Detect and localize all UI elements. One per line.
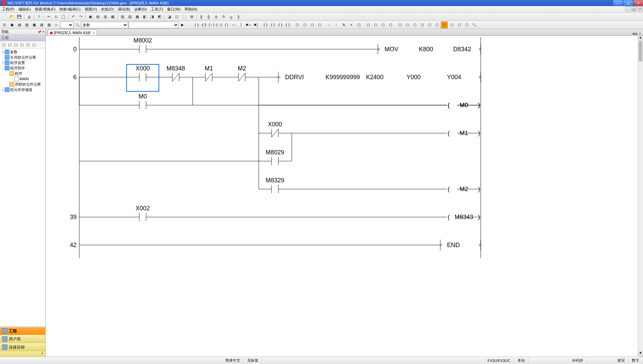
zoom-combo[interactable] <box>60 22 74 28</box>
menu-item[interactable]: 窗口(W) <box>165 6 183 12</box>
tb2-r[interactable]: ▢ <box>316 22 323 28</box>
menu-item[interactable]: 调试(B) <box>116 6 132 12</box>
scroll-down-icon[interactable]: ▼ <box>638 351 643 357</box>
tb2-ac[interactable]: ▢ <box>404 22 411 28</box>
nav-tb-e[interactable]: ▢ <box>25 42 31 48</box>
tb2-p[interactable]: ▢ <box>301 22 308 28</box>
tb2-e[interactable]: ▦ <box>31 22 37 28</box>
param-combo[interactable]: 参数 <box>81 22 128 28</box>
tb2-s[interactable]: ↓ <box>326 22 332 28</box>
tb-c[interactable]: ▩ <box>134 13 141 20</box>
minimize-button[interactable]: — <box>613 0 623 6</box>
mdi-close-icon[interactable]: × <box>638 6 642 11</box>
tb2-ae[interactable]: ▢ <box>419 22 425 28</box>
help-button[interactable]: ? <box>35 13 42 20</box>
nav-tb-d[interactable]: ▢ <box>19 42 25 48</box>
undo-button[interactable]: ↶ <box>70 13 77 20</box>
tb2-ai[interactable]: ▢ <box>456 22 463 28</box>
vline-button[interactable]: │ <box>238 22 245 28</box>
menu-item[interactable]: 诊断(D) <box>132 6 149 12</box>
coil-button[interactable]: ( ) <box>223 22 230 28</box>
nav-section-button[interactable]: 用户库 <box>0 335 45 343</box>
tb2-b[interactable]: ▣ <box>8 22 15 28</box>
nav-tb-a[interactable]: ▢ <box>1 42 7 48</box>
tb2-f[interactable]: ▧ <box>38 22 45 28</box>
tb2-d[interactable]: ▥ <box>23 22 30 28</box>
tb2-a[interactable]: ⊡ <box>1 22 8 28</box>
mdi-min-icon[interactable]: - <box>625 6 630 11</box>
hline-button[interactable]: — <box>230 22 237 28</box>
tree-item[interactable]: 局部软元件注释 <box>0 82 45 87</box>
write-button[interactable]: ▣ <box>87 13 94 20</box>
tree-item[interactable]: MAIN <box>0 76 45 82</box>
tree-item[interactable]: 全局软元件注释 <box>0 55 45 60</box>
tb-b[interactable]: ▨ <box>127 13 133 20</box>
tb2-ad[interactable]: ▢ <box>411 22 418 28</box>
redo-button[interactable]: ↷ <box>77 13 84 20</box>
tb2-g[interactable]: ▨ <box>46 22 52 28</box>
tb2-z[interactable]: ▢ <box>380 22 386 28</box>
tb-d[interactable]: ◧ <box>141 13 148 20</box>
tb2-t[interactable]: ↑ <box>333 22 340 28</box>
scroll-thumb[interactable] <box>639 41 642 61</box>
menu-item[interactable]: 工具(T) <box>149 6 165 12</box>
tb2-y[interactable]: ▢ <box>372 22 379 28</box>
nav-tb-b[interactable]: ▢ <box>7 42 13 48</box>
tb-a[interactable]: ▧ <box>119 13 126 20</box>
tb-j[interactable]: ⊞ <box>188 13 195 20</box>
tb2-v[interactable]: ⤫ <box>348 22 355 28</box>
nav-section-button[interactable]: 连接目标 <box>0 343 45 351</box>
close-button[interactable]: ✕ <box>634 0 643 6</box>
tb-g[interactable]: ◪ <box>166 13 173 20</box>
tb-h[interactable]: ◫ <box>173 13 180 20</box>
tb2-ak[interactable]: 🔍 <box>471 22 477 28</box>
maximize-button[interactable]: ◻ <box>623 0 633 6</box>
tb2-aj[interactable]: ▢ <box>463 22 470 28</box>
del-hline-button[interactable]: ✖— <box>245 22 252 28</box>
cut-button[interactable]: ✂ <box>45 13 52 20</box>
tb2-k[interactable]: ┤├ <box>262 22 269 28</box>
nav-tb-c[interactable]: ▢ <box>13 42 19 48</box>
menu-item[interactable]: 帮助(H) <box>183 6 199 12</box>
tb-k[interactable]: ╫ <box>198 13 205 20</box>
tab-main[interactable]: [PRG]写入 MAIN 43步 × <box>48 29 97 35</box>
tb2-m[interactable]: ┤├ <box>277 22 284 28</box>
tb2-c[interactable]: ▤ <box>16 22 23 28</box>
tb2-o[interactable]: ▢ <box>294 22 301 28</box>
device-combo[interactable] <box>128 22 179 28</box>
nav-section-button[interactable]: 工程 <box>0 327 45 335</box>
tb2-n[interactable]: ┤├ <box>284 22 291 28</box>
tb2-ag[interactable]: ▢ <box>434 22 440 28</box>
contact-no-button[interactable]: ┤├ <box>193 22 200 28</box>
ladder-editor[interactable]: 0M8002MOVK800D83426X000M8348M1M2DDRVIK99… <box>46 36 643 357</box>
tb2-h[interactable]: ⎌ <box>53 22 60 28</box>
read-button[interactable]: ▤ <box>94 13 101 20</box>
vertical-scrollbar[interactable]: ▲ ▼ <box>638 36 643 357</box>
tb2-w[interactable]: ▢ <box>355 22 362 28</box>
tree-item[interactable]: -程序部件 <box>0 65 45 71</box>
tb-e[interactable]: ◨ <box>149 13 156 20</box>
tb-o[interactable]: ╦ <box>228 13 234 20</box>
tb2-j[interactable]: ▶ <box>179 22 186 28</box>
menu-item[interactable]: 搜索/替换(F) <box>33 6 57 12</box>
verify-button[interactable]: ▦ <box>109 13 116 20</box>
tb2-orange[interactable]: ▢ <box>441 22 448 28</box>
scroll-up-icon[interactable]: ▲ <box>638 36 643 41</box>
save-button[interactable]: 💾 <box>16 13 23 20</box>
del-vline-button[interactable]: ✖│ <box>253 22 259 28</box>
tb2-af[interactable]: ▢ <box>426 22 433 28</box>
tb-p[interactable]: ╠ <box>235 13 242 20</box>
mdi-max-icon[interactable]: ◻ <box>632 6 636 11</box>
open-button[interactable]: 📂 <box>8 13 15 20</box>
tb2-q[interactable]: ▢ <box>309 22 315 28</box>
tb2-ah[interactable]: ▢ <box>448 22 455 28</box>
tab-close-icon[interactable]: × <box>93 31 95 35</box>
monitor-button[interactable]: ▥ <box>102 13 109 20</box>
project-tree[interactable]: +参数全局软元件注释+程序设置-程序部件-程序MAIN局部软元件注释+软元件存储… <box>0 49 45 327</box>
tb-l[interactable]: ╬ <box>205 13 212 20</box>
paste-button[interactable]: 📋 <box>60 13 67 20</box>
contact-nc-button[interactable]: ┤∕├ <box>201 22 207 28</box>
tb2-ab[interactable]: ▢ <box>396 22 403 28</box>
tb2-u[interactable]: ⇅ <box>340 22 347 28</box>
tb-n[interactable]: ╩ <box>220 13 227 20</box>
